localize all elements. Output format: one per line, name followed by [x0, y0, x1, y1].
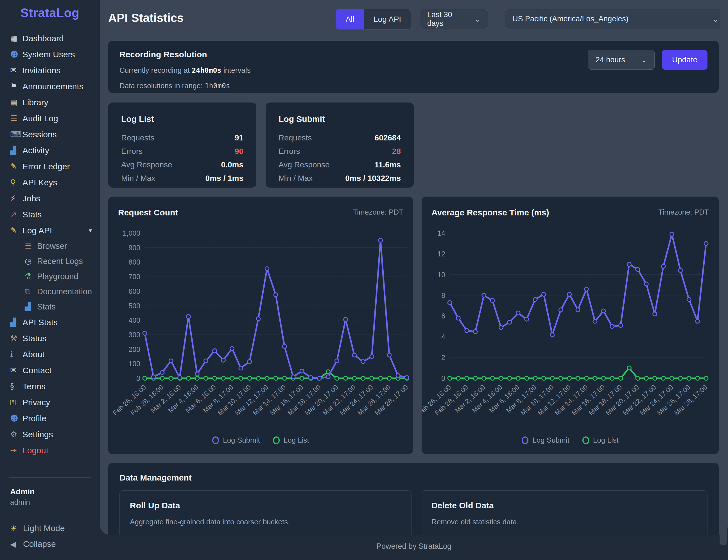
roll-up-data-card: Roll Up Data Aggregate fine-grained data… [119, 490, 412, 535]
sidebar-item-system-users[interactable]: ☻System Users [0, 46, 100, 62]
sidebar-item-log-api-documentation[interactable]: ⧉Documentation [0, 284, 100, 299]
sidebar-item-audit-log[interactable]: ☰Audit Log [0, 110, 100, 126]
sidebar-item-privacy[interactable]: ⚿Privacy [0, 394, 100, 410]
sidebar-item-library[interactable]: ▤Library [0, 94, 100, 110]
sidebar-item-contact[interactable]: ✉Contact [0, 362, 100, 378]
recording-range-line: Data resolutions in range: 1h0m0s [119, 81, 707, 90]
legend-item-log-list[interactable]: Log List [582, 436, 619, 445]
sidebar-item-logout[interactable]: ⇥Logout [0, 442, 100, 458]
sidebar-item-stats[interactable]: ↗Stats [0, 207, 100, 223]
legend-item-log-list[interactable]: Log List [273, 436, 309, 445]
sidebar-item-label: Terms [22, 382, 46, 391]
legend-item-log-submit[interactable]: Log Submit [522, 436, 569, 445]
sidebar-item-label: Stats [37, 302, 56, 311]
sidebar-item-dashboard[interactable]: ▦Dashboard [0, 30, 100, 46]
sidebar-item-about[interactable]: ℹAbout [0, 346, 100, 362]
sidebar-item-label: Invitations [22, 66, 60, 75]
sidebar-item-label: Error Ledger [22, 162, 70, 171]
legend-marker-icon [582, 436, 589, 444]
sidebar-item-log-api[interactable]: ✎Log API▾ [0, 223, 100, 239]
stat-rows: Requests602684Errors28Avg Response11.6ms… [279, 131, 401, 185]
svg-text:0: 0 [441, 374, 445, 382]
stat-value: 91 [235, 133, 243, 142]
sidebar-item-label: Audit Log [22, 114, 58, 123]
stat-card-title: Log List [121, 114, 243, 124]
svg-text:10: 10 [437, 271, 445, 279]
stat-row: Errors90 [121, 145, 243, 158]
door-icon: ⇥ [10, 446, 22, 454]
svg-text:700: 700 [128, 273, 140, 280]
chart-timezone-note: Timezone: PDT [353, 208, 403, 218]
sidebar-item-announcements[interactable]: ⚑Announcements [0, 78, 100, 94]
sidebar-item-profile[interactable]: ☻Profile [0, 410, 100, 426]
sidebar-item-label: System Users [22, 50, 75, 59]
delete-old-title: Delete Old Data [431, 501, 697, 510]
timezone-value: US Pacific (America/Los_Angeles) [512, 15, 628, 23]
svg-text:500: 500 [128, 302, 140, 310]
sidebar-item-activity[interactable]: ▟Activity [0, 142, 100, 158]
chart-title: Average Response Time (ms) [431, 208, 549, 218]
recording-resolution-value: 1h0m0s [205, 82, 230, 90]
chevron-down-icon: ⌄ [635, 56, 647, 64]
chart-timezone-note: Timezone: PDT [658, 208, 709, 218]
sidebar-item-log-api-browser[interactable]: ☰Browser [0, 239, 100, 254]
sidebar-item-jobs[interactable]: ⚡Jobs [0, 191, 100, 207]
wrench-icon: ⚒ [10, 334, 22, 342]
legend-label: Log List [593, 436, 619, 445]
svg-text:300: 300 [128, 331, 140, 339]
person-icon: ☻ [10, 414, 22, 422]
date-range-select[interactable]: Last 30 days ⌄ [420, 9, 488, 29]
sidebar-item-error-ledger[interactable]: ✎Error Ledger [0, 158, 100, 175]
tab-all[interactable]: All [336, 9, 364, 29]
chart-legend: Log SubmitLog List [422, 436, 719, 445]
theme-toggle-label: Light Mode [23, 523, 65, 533]
svg-text:100: 100 [128, 360, 140, 368]
stat-row: Min / Max0ms / 1ms [121, 172, 243, 185]
sidebar: StrataLog ▦Dashboard☻System Users✉Invita… [0, 0, 100, 560]
delete-old-description: Remove old statistics data. [431, 518, 697, 526]
stat-value: 28 [392, 147, 401, 156]
page-header: API Statistics All Log API Last 30 days … [108, 8, 719, 30]
megaphone-icon: ⚑ [10, 83, 22, 90]
sidebar-item-log-api-playground[interactable]: ⚗Playground [0, 269, 100, 284]
sidebar-item-invitations[interactable]: ✉Invitations [0, 62, 100, 78]
app-brand: StrataLog [0, 0, 100, 26]
lightning-icon: ⚡ [10, 195, 22, 203]
request-count-chart: 01002003004005006007008009001,000Feb 26,… [108, 222, 413, 430]
update-button[interactable]: Update [662, 50, 707, 70]
sidebar-item-api-keys[interactable]: ⚲API Keys [0, 175, 100, 191]
sidebar-item-label: Stats [22, 210, 42, 219]
envelope-icon: ✉ [10, 67, 22, 74]
sidebar-item-status[interactable]: ⚒Status [0, 330, 100, 346]
divider [9, 516, 91, 516]
bar-chart-icon: ▟ [10, 147, 22, 155]
sidebar-item-log-api-recent-logs[interactable]: ◷Recent Logs [0, 254, 100, 269]
legend-marker-icon [212, 436, 219, 444]
sidebar-item-label: Sessions [22, 130, 57, 139]
legend-label: Log Submit [532, 436, 569, 445]
sidebar-item-terms[interactable]: §Terms [0, 378, 100, 394]
sidebar-item-label: Jobs [22, 194, 40, 203]
sidebar-item-label: Recent Logs [37, 257, 83, 266]
theme-toggle-light-mode[interactable]: ☀ Light Mode [0, 520, 100, 536]
legend-item-log-submit[interactable]: Log Submit [212, 436, 260, 445]
svg-text:4: 4 [441, 333, 445, 341]
sidebar-item-log-api-stats[interactable]: ▟Stats [0, 299, 100, 314]
sidebar-item-sessions[interactable]: ⌨Sessions [0, 126, 100, 142]
svg-text:6: 6 [441, 312, 445, 320]
stat-row: Requests602684 [279, 131, 401, 145]
sidebar-item-settings[interactable]: ⚙Settings [0, 426, 100, 442]
scope-tabs: All Log API [336, 9, 411, 30]
lock-icon: ⚿ [10, 398, 22, 406]
sidebar-item-label: Contact [22, 366, 51, 375]
test-tube-icon: ⚗ [25, 273, 37, 280]
tab-log-api[interactable]: Log API [364, 9, 411, 29]
scrollbar-thumb[interactable] [720, 2, 727, 545]
sidebar-item-api-stats[interactable]: ▟API Stats [0, 314, 100, 330]
timezone-select[interactable]: US Pacific (America/Los_Angeles) ⌄ [505, 9, 726, 29]
resolution-select[interactable]: 24 hours ⌄ [588, 50, 655, 70]
svg-text:8: 8 [441, 291, 445, 299]
sun-icon: ☀ [10, 524, 23, 533]
stat-value: 0.0ms [221, 160, 243, 169]
sidebar-collapse-button[interactable]: ◀ Collapse [0, 536, 100, 552]
